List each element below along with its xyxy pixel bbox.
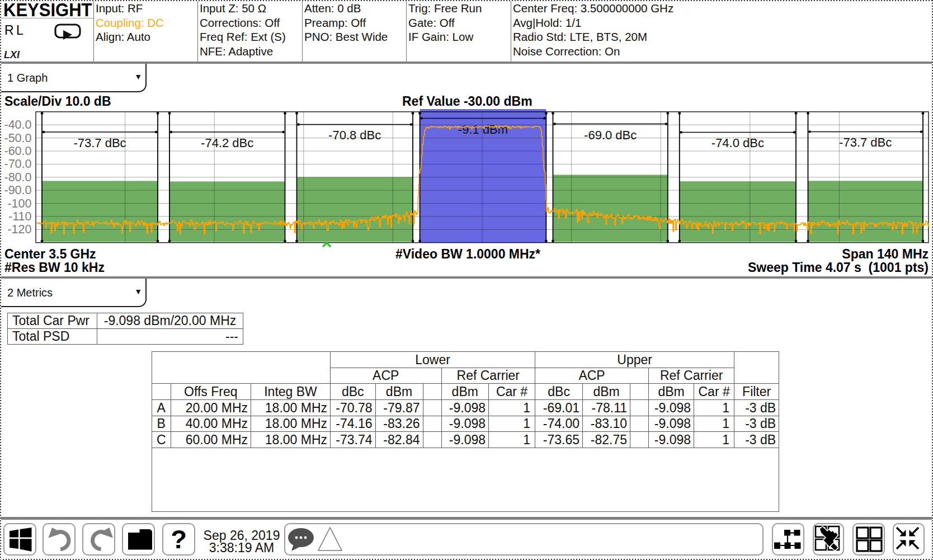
svg-text:-90.0: -90.0 — [4, 183, 31, 197]
svg-text:-69.0 dBc: -69.0 dBc — [584, 128, 637, 142]
svg-text:-9.1 dBm: -9.1 dBm — [458, 123, 508, 137]
svg-text:-50.0: -50.0 — [4, 131, 31, 145]
svg-text:-100: -100 — [7, 197, 31, 210]
svg-text:-60.0: -60.0 — [4, 144, 31, 158]
svg-text:-73.7 dBc: -73.7 dBc — [73, 136, 126, 150]
svg-text:-70.8 dBc: -70.8 dBc — [328, 128, 381, 142]
svg-text:-74.2 dBc: -74.2 dBc — [201, 136, 253, 150]
svg-text:-110: -110 — [8, 210, 31, 223]
svg-text:-70.0: -70.0 — [4, 157, 31, 171]
svg-text:-73.7 dBc: -73.7 dBc — [839, 135, 892, 149]
svg-text:-120: -120 — [7, 223, 31, 236]
svg-text:-80.0: -80.0 — [4, 171, 31, 184]
svg-text:-74.0 dBc: -74.0 dBc — [711, 136, 764, 150]
svg-text:-40.0: -40.0 — [4, 118, 31, 131]
